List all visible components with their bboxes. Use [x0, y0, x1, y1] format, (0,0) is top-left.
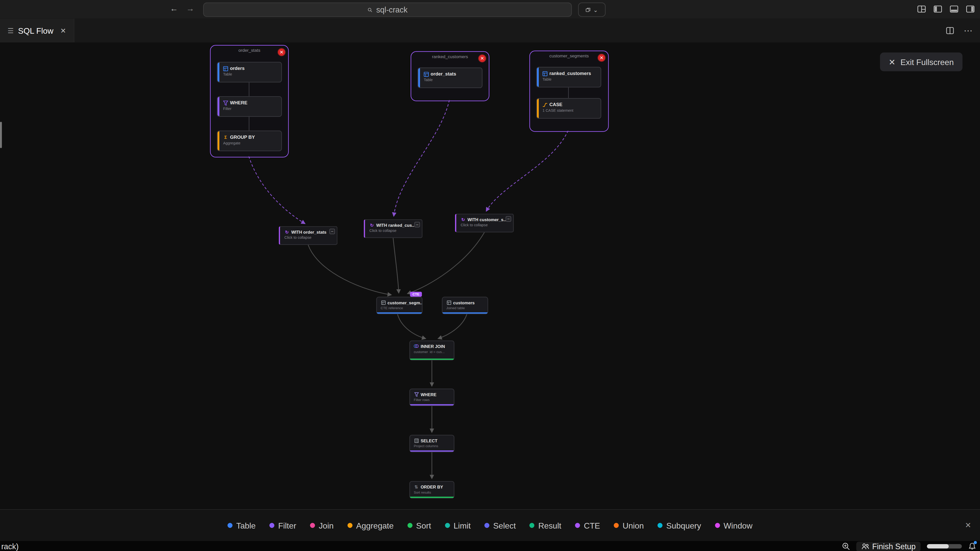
legend-item-result: Result [530, 521, 562, 530]
node-order-stats-ref[interactable]: order_stats Table [417, 67, 483, 88]
collapse-button[interactable]: − [329, 229, 335, 234]
tab-bar: ☰ SQL Flow ✕ ⋯ [0, 19, 980, 42]
screen: ← → sql-crack ⌄ [0, 0, 980, 551]
sigma-icon: Σ [223, 135, 228, 140]
collapse-button[interactable]: − [506, 216, 511, 222]
node-subtitle: CTE reference [380, 306, 419, 310]
node-case[interactable]: CASE 1 CASE statement [536, 98, 601, 119]
cte-group-customer-segments[interactable]: customer_segments ✕ ranked_customers Tab… [529, 51, 609, 132]
legend-item-table: Table [228, 521, 256, 530]
search-icon [368, 7, 372, 12]
status-left-text: rack) [0, 542, 19, 551]
more-actions-icon[interactable]: ⋯ [964, 25, 972, 35]
legend-label: Sort [416, 521, 431, 530]
node-title: WITH order_stats [291, 230, 326, 234]
node-subtitle: Filter [223, 107, 278, 111]
node-select[interactable]: SELECT Project columns [409, 435, 454, 452]
legend-label: Table [236, 521, 256, 530]
legend-dot [575, 523, 580, 528]
cte-group-ranked-customers[interactable]: ranked_customers ✕ order_stats Table [410, 51, 490, 101]
exit-fullscreen-button[interactable]: ✕ Exit Fullscreen [880, 52, 963, 71]
node-title: WHERE [421, 392, 436, 396]
canvas-scrollbar[interactable] [0, 122, 2, 148]
back-button[interactable]: ← [170, 4, 178, 13]
forward-button[interactable]: → [186, 4, 194, 13]
node-ranked-customers-ref[interactable]: ranked_customers Table [536, 67, 601, 87]
node-accent [537, 99, 539, 118]
tab-sql-flow[interactable]: ☰ SQL Flow ✕ [0, 19, 74, 42]
node-subtitle: Click to collapse [284, 235, 334, 239]
legend-dot [484, 523, 490, 528]
node-accent [410, 359, 454, 360]
tab-close-icon[interactable]: ✕ [60, 27, 66, 35]
node-title: ranked_customers [549, 71, 591, 76]
zoom-icon[interactable] [842, 542, 850, 551]
group-connector [249, 83, 249, 96]
org-icon [861, 543, 869, 550]
legend-dot [269, 523, 275, 528]
titlebar: ← → sql-crack ⌄ [0, 0, 980, 19]
node-with-ranked-customers[interactable]: − ↻ WITH ranked_cus... Click to collapse [364, 219, 422, 238]
notifications-bell-icon[interactable] [968, 542, 976, 551]
sql-flow-canvas[interactable]: ✕ Exit Fullscreen order_stats ✕ orders T… [0, 43, 980, 509]
node-order-by[interactable]: ⇅ ORDER BY Sort results [409, 481, 454, 499]
group-close-button[interactable]: ✕ [478, 54, 486, 62]
node-subtitle: 1 CASE statement [542, 109, 598, 113]
legend-dot [347, 523, 352, 528]
toggle-secondary-sidebar-icon[interactable] [965, 4, 975, 14]
search-value: sql-crack [376, 5, 407, 14]
cte-group-order-stats[interactable]: order_stats ✕ orders Table [210, 45, 289, 157]
node-where-group[interactable]: WHERE Filter [217, 96, 282, 117]
close-icon: ✕ [889, 57, 896, 67]
node-orders[interactable]: orders Table [217, 62, 282, 83]
finish-setup-button[interactable]: Finish Setup [856, 541, 921, 551]
node-subtitle: customer_id = cus... [414, 350, 451, 354]
group-title: order_stats [210, 48, 288, 52]
node-inner-join[interactable]: INNER JOIN customer_id = cus... [409, 341, 454, 360]
node-accent [410, 451, 454, 452]
exit-fullscreen-label: Exit Fullscreen [900, 57, 954, 67]
cte-refresh-icon: ↻ [284, 229, 290, 234]
node-subtitle: Project columns [414, 444, 451, 448]
node-subtitle: Joined table [446, 306, 485, 310]
duplicate-window-icon [586, 7, 591, 12]
node-with-customer-segments[interactable]: − ↻ WITH customer_s... Click to collapse [455, 214, 514, 232]
command-center-search[interactable]: sql-crack [203, 3, 572, 17]
session-options-dropdown-button[interactable]: ⌄ [578, 3, 606, 17]
table-icon [223, 66, 228, 71]
node-title: GROUP BY [230, 135, 255, 140]
table-icon [542, 71, 548, 76]
chevron-down-icon: ⌄ [593, 6, 598, 13]
legend-close-icon[interactable]: ✕ [965, 521, 971, 530]
toggle-primary-sidebar-icon[interactable] [932, 4, 942, 14]
table-icon [446, 300, 452, 305]
node-customers[interactable]: customers Joined table [442, 297, 488, 314]
node-accent [537, 67, 539, 87]
node-group-by[interactable]: Σ GROUP BY Aggregate [217, 130, 282, 151]
node-title: customer_segm... [387, 300, 422, 305]
node-cte-reference[interactable]: CTE customer_segm... CTE reference [376, 297, 422, 314]
collapse-button[interactable]: − [414, 222, 420, 227]
group-title: customer_segments [530, 54, 608, 58]
toggle-panel-icon[interactable] [949, 4, 959, 14]
legend-label: Join [319, 521, 334, 530]
node-title: orders [230, 65, 245, 71]
node-subtitle: Table [424, 78, 479, 82]
node-title: INNER JOIN [421, 344, 445, 348]
flow-edges [0, 43, 980, 509]
customize-layout-icon[interactable] [916, 4, 926, 14]
legend-item-filter: Filter [269, 521, 296, 530]
node-accent [218, 131, 219, 151]
node-where[interactable]: WHERE Filter rows [409, 389, 454, 406]
legend-item-sort: Sort [407, 521, 431, 530]
group-close-button[interactable]: ✕ [597, 54, 606, 62]
split-editor-icon[interactable] [945, 25, 955, 35]
node-subtitle: Click to collapse [369, 229, 419, 232]
node-with-order-stats[interactable]: − ↻ WITH order_stats Click to collapse [279, 226, 337, 245]
legend-item-window: Window [715, 521, 752, 530]
legend-dot [614, 523, 619, 528]
filter-icon [223, 100, 228, 105]
node-accent [410, 404, 454, 405]
group-close-button[interactable]: ✕ [277, 48, 286, 56]
legend-item-join: Join [310, 521, 334, 530]
